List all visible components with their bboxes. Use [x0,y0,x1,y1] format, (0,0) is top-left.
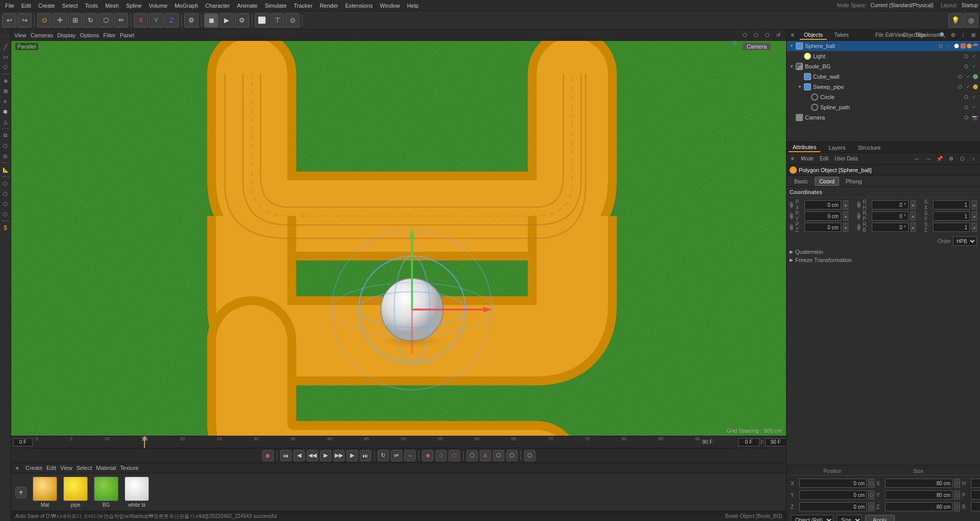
sphere-tag-orange[interactable] [967,43,972,49]
material-white[interactable]: white bi [125,477,149,508]
render-settings-btn[interactable]: ⚙ [235,13,249,28]
obj-menu-btn[interactable]: ≡ [789,31,797,39]
sweep-tag[interactable] [973,84,978,89]
persp-btn[interactable]: ⬜ [255,13,269,28]
sphere-tag-red2[interactable] [973,43,978,49]
keyframe-del-btn[interactable]: ◇ [435,450,447,461]
mat-menu-btn[interactable]: ≡ [13,464,21,472]
menu-simulate[interactable]: Simulate [262,2,290,10]
top-btn[interactable]: ⊤ [270,13,284,28]
attr-tab-attributes[interactable]: Attributes [789,143,820,152]
play-btn[interactable]: ▶ [320,450,331,461]
goto-end-btn[interactable]: ⏭ [360,450,371,461]
menu-select[interactable]: Select [59,2,81,10]
material-swatch-mat[interactable] [33,477,57,501]
tool-6[interactable]: ⧉ [1,131,10,140]
coord-sy-stepper[interactable]: ▲ [972,211,977,221]
tool-1[interactable]: ⊕ [1,76,10,85]
coord-py-input[interactable] [804,211,841,221]
coord-circle-rb[interactable]: ○ [857,224,861,231]
mat-tab-view[interactable]: View [60,465,72,471]
render-view-btn[interactable]: ◼ [204,13,218,28]
coord-system-select[interactable]: Object (Rel) [791,515,834,521]
play-reverse-btn[interactable]: ◀◀ [307,450,318,461]
vp-options-menu[interactable]: Options [80,32,99,38]
coord-circle-py[interactable]: ○ [790,212,793,220]
frame-start-input[interactable] [738,438,760,446]
camera-label[interactable]: Camera [743,43,771,50]
attr-sub-phong[interactable]: Phong [841,177,867,186]
camera-vis[interactable]: ⬡ [963,114,970,121]
obj-tab-objects[interactable]: Objects [800,31,827,40]
mat-tab-create[interactable]: Create [26,465,42,471]
coord-circle-pz[interactable]: ○ [790,224,793,231]
playhead[interactable] [144,436,145,448]
obj-sort-btn[interactable]: ↕ [959,31,968,40]
cube-vis[interactable]: ⬡ [957,73,964,80]
attr-pin-btn[interactable]: 📌 [935,154,944,163]
coord-rp-stepper[interactable]: ▲ [911,211,916,221]
material-bg[interactable]: BG [94,477,118,508]
attr-back-btn[interactable]: ← [913,154,922,163]
menu-volume[interactable]: Volume [145,2,170,10]
coord-py-stepper[interactable]: ▲ [843,211,848,221]
mode-uv[interactable]: ⬡ [1,62,10,72]
sweep-check[interactable]: ✓ [965,83,972,90]
tool-dollar[interactable]: $ [1,223,10,232]
obj-btn-file[interactable]: File [875,31,884,40]
obj-btn-bookmarks[interactable]: Bookmarks [926,31,935,40]
cube-check[interactable]: ✓ [965,73,972,80]
boole-vis[interactable]: ⬡ [963,63,970,70]
attr-tab-structure[interactable]: Structure [854,144,885,152]
material-mat[interactable]: Mat [33,477,57,508]
rot-b-input[interactable] [971,502,980,511]
menu-help[interactable]: Help [404,2,422,10]
apply-button[interactable]: Apply [865,515,895,521]
ping-pong-btn[interactable]: ⇌ [391,450,402,461]
vp-view-menu[interactable]: View [14,32,27,38]
scale-btn[interactable]: ⊞ [68,13,82,28]
snap-btn[interactable]: ⚙ [184,13,199,28]
record-btn[interactable]: ⏺ [262,450,274,461]
attr-sub-basic[interactable]: Basic [790,177,813,186]
goto-start-btn[interactable]: ⏮ [280,450,291,461]
tool-11[interactable]: ⬡ [1,199,10,208]
size-mode-select[interactable]: Size [837,515,862,521]
keyframe-add-btn[interactable]: ◆ [422,450,433,461]
timeline[interactable]: 0 5 10 15 20 25 30 35 40 45 50 55 [11,436,786,448]
attr-sub-coord[interactable]: Coord [815,177,839,186]
layout-value[interactable]: Startup [962,3,978,8]
coord-rb-stepper[interactable]: ▲ [911,223,916,232]
circle-vis[interactable]: ⬡ [963,93,970,101]
next-frame-btn[interactable]: ▶ [347,450,358,461]
pos-y-stepper[interactable]: ⬡ [868,490,874,500]
all-key-btn[interactable]: ⬡ [493,450,504,461]
motion-clip-btn[interactable]: ⬡ [467,450,478,461]
obj-row-spline-path[interactable]: Spline_path ⬡ ✓ [787,102,980,112]
attr-menu-btn[interactable]: ≡ [789,155,797,163]
tool-8[interactable]: ◎ [1,151,10,160]
vp-filter-menu[interactable]: Filter [103,32,115,38]
vp-btn-1[interactable]: ⬡ [740,31,749,40]
obj-row-sphere-ball[interactable]: ▼ Sphere_ball ⬡ ✓ [787,41,980,51]
mat-tab-edit[interactable]: Edit [46,465,56,471]
menu-mograph[interactable]: MoGraph [172,2,201,10]
menu-tracker[interactable]: Tracker [291,2,316,10]
coord-rh-input[interactable] [872,200,909,209]
obj-btn-object[interactable]: Object [905,31,915,40]
coord-rh-stepper[interactable]: ▲ [911,200,916,209]
tool-5[interactable]: △ [1,117,10,126]
obj-expand-light[interactable] [797,53,803,59]
viewport[interactable]: X Y Z Parallel Camera Grid Spacing : 500… [11,41,786,436]
sel-key-btn[interactable]: ⬡ [506,450,518,461]
coord-rp-input[interactable] [872,211,909,221]
tool-4[interactable]: ⬢ [1,107,10,116]
material-swatch-bg[interactable] [94,477,118,501]
material-swatch-pipe[interactable] [63,477,88,501]
render-active-btn[interactable]: ◎ [964,13,978,28]
tool-7[interactable]: ⬡ [1,141,10,150]
sphere-tag-red[interactable] [961,43,966,49]
obj-row-light[interactable]: Light ⬡ ✓ [787,51,980,61]
menu-spline[interactable]: Spline [123,2,145,10]
obj-row-cube-wall[interactable]: Cube_wall ⬡ ✓ [787,72,980,82]
